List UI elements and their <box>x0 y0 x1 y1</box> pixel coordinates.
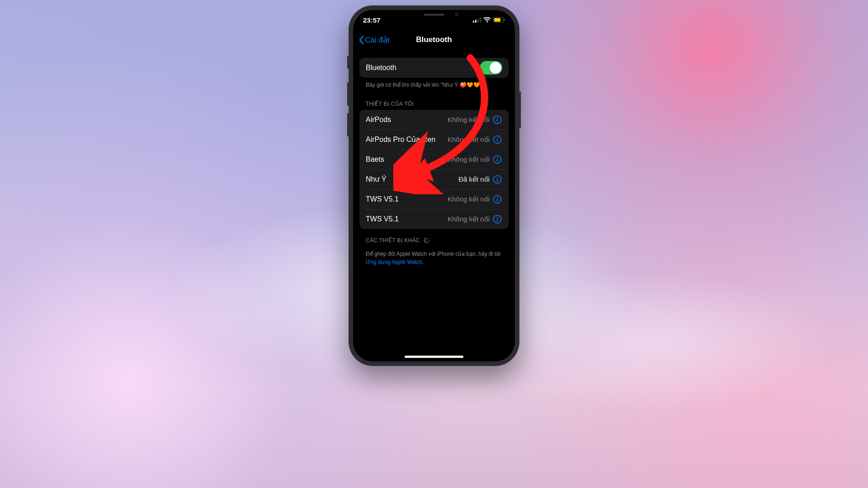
svg-point-18 <box>497 177 498 178</box>
home-indicator[interactable] <box>405 356 463 358</box>
svg-point-15 <box>497 157 498 158</box>
device-name: TWS V5.1 <box>366 195 448 203</box>
other-devices-header: CÁC THIẾT BỊ KHÁC <box>359 229 509 246</box>
bluetooth-row[interactable]: Bluetooth <box>359 58 509 78</box>
footer-text-suffix: . <box>422 259 424 265</box>
cellular-icon <box>473 17 481 23</box>
screen: 23:57 <box>353 10 515 361</box>
device-info-button[interactable] <box>492 155 502 164</box>
device-row[interactable]: AirPods Pro Của RenKhông kết nối <box>359 130 509 150</box>
info-icon <box>493 115 502 124</box>
info-icon <box>493 135 502 144</box>
info-icon <box>493 215 502 224</box>
svg-rect-6 <box>494 18 500 22</box>
info-icon <box>493 155 502 164</box>
my-devices-list: AirPodsKhông kết nốiAirPods Pro Của RenK… <box>359 110 509 229</box>
apple-watch-app-link[interactable]: Ứng dụng Apple Watch <box>366 259 422 265</box>
svg-point-24 <box>497 217 498 218</box>
back-button[interactable]: Cài đặt <box>356 33 392 47</box>
wifi-icon <box>483 17 491 23</box>
device-name: Baets <box>366 155 448 164</box>
device-status: Đã kết nối <box>458 175 490 183</box>
bluetooth-switch[interactable] <box>480 61 502 75</box>
svg-rect-7 <box>504 19 505 21</box>
device-row[interactable]: BaetsKhông kết nối <box>359 150 509 169</box>
spinner-icon <box>424 237 430 244</box>
svg-rect-3 <box>480 17 481 23</box>
notch <box>396 10 472 22</box>
power-button <box>519 91 521 128</box>
device-row[interactable]: TWS V5.1Không kết nối <box>359 209 509 229</box>
page-title: Bluetooth <box>416 35 452 44</box>
info-icon <box>493 175 502 184</box>
device-info-button[interactable] <box>492 194 502 204</box>
bluetooth-label: Bluetooth <box>366 64 480 72</box>
device-row[interactable]: AirPodsKhông kết nối <box>359 110 509 130</box>
svg-point-9 <box>497 117 498 118</box>
device-status: Không kết nối <box>448 155 490 164</box>
device-name: TWS V5.1 <box>366 215 448 223</box>
svg-point-4 <box>487 22 488 23</box>
device-info-button[interactable] <box>492 135 502 145</box>
svg-rect-2 <box>477 19 479 23</box>
device-status: Không kết nối <box>448 116 490 124</box>
volume-up-button <box>347 82 349 106</box>
volume-down-button <box>347 113 349 136</box>
device-status: Không kết nối <box>448 195 490 203</box>
my-devices-header: THIẾT BỊ CỦA TÔI <box>359 93 509 110</box>
device-status: Không kết nối <box>448 215 490 223</box>
svg-point-12 <box>497 137 498 138</box>
chevron-left-icon <box>359 35 364 44</box>
device-name: Như Ý <box>366 175 458 183</box>
discoverable-caption: Bây giờ có thể tìm thấy với tên "Như Ý 🍑… <box>359 78 509 93</box>
content: Bluetooth Bây giờ có thể tìm thấy với tê… <box>353 50 515 270</box>
device-row[interactable]: Như ÝĐã kết nối <box>359 169 509 189</box>
back-label: Cài đặt <box>365 35 389 45</box>
device-info-button[interactable] <box>492 214 502 224</box>
svg-rect-0 <box>473 21 474 23</box>
device-row[interactable]: TWS V5.1Không kết nối <box>359 189 509 209</box>
device-status: Không kết nối <box>448 136 490 144</box>
svg-point-21 <box>497 197 498 198</box>
info-icon <box>493 195 502 204</box>
mute-switch <box>347 56 349 69</box>
device-info-button[interactable] <box>492 115 502 125</box>
phone-frame: 23:57 <box>349 5 519 366</box>
svg-rect-1 <box>475 20 476 23</box>
status-time: 23:57 <box>363 16 380 24</box>
nav-bar: Cài đặt Bluetooth <box>353 30 515 50</box>
device-name: AirPods <box>366 116 448 124</box>
battery-icon <box>493 17 505 23</box>
footer-text-prefix: Để ghép đôi Apple Watch với iPhone của b… <box>366 251 500 257</box>
device-info-button[interactable] <box>492 174 502 184</box>
device-name: AirPods Pro Của Ren <box>366 135 448 144</box>
pairing-footer-note: Để ghép đôi Apple Watch với iPhone của b… <box>359 246 509 270</box>
